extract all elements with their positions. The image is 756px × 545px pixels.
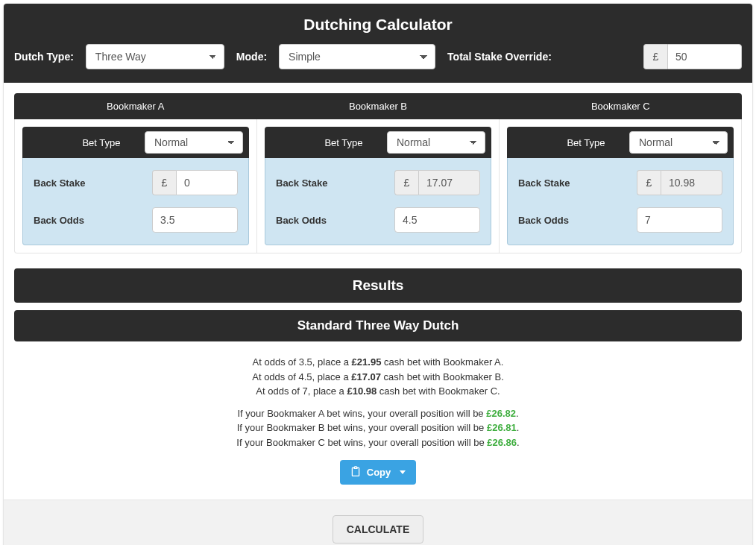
currency-addon: £ xyxy=(152,170,176,195)
back-odds-input-b[interactable] xyxy=(394,207,480,233)
back-odds-label-b: Back Odds xyxy=(276,215,394,226)
bookmaker-column-c: Bet Type Normal Back Stake £ Back Od xyxy=(499,119,741,253)
bookmakers-section: Bookmaker A Bookmaker B Bookmaker C Bet … xyxy=(4,83,752,264)
calculator-card: Dutching Calculator Dutch Type: Three Wa… xyxy=(3,3,753,545)
position-line-3: If your Bookmaker C bet wins, your overa… xyxy=(14,435,742,450)
footer: CALCULATE xyxy=(4,500,752,545)
position-line-1: If your Bookmaker A bet wins, your overa… xyxy=(14,406,742,421)
bet-type-select-c[interactable]: Normal xyxy=(629,131,728,154)
bookmaker-header-b: Bookmaker B xyxy=(256,93,499,119)
mode-label: Mode: xyxy=(236,51,267,63)
result-line-2: At odds of 4.5, place a £17.07 cash bet … xyxy=(14,370,742,385)
dutch-type-select[interactable]: Three Way xyxy=(86,44,224,69)
back-stake-input-b xyxy=(418,170,480,195)
bookmaker-header-c: Bookmaker C xyxy=(500,93,742,119)
results-subtitle: Standard Three Way Dutch xyxy=(14,310,742,341)
position-line-2: If your Bookmaker B bet wins, your overa… xyxy=(14,420,742,435)
dutch-type-label: Dutch Type: xyxy=(14,51,74,63)
back-stake-input-c xyxy=(661,170,722,195)
back-stake-label-c: Back Stake xyxy=(518,177,637,189)
clipboard-icon xyxy=(350,466,361,479)
bet-type-label-c: Bet Type xyxy=(513,137,629,148)
mode-select[interactable]: Simple xyxy=(279,44,435,69)
total-stake-input[interactable] xyxy=(667,44,742,69)
copy-label: Copy xyxy=(367,467,391,478)
currency-addon: £ xyxy=(394,170,418,195)
result-line-1: At odds of 3.5, place a £21.95 cash bet … xyxy=(14,355,742,370)
total-stake-label: Total Stake Override: xyxy=(447,51,552,63)
back-stake-label-b: Back Stake xyxy=(276,177,394,189)
bet-type-label-a: Bet Type xyxy=(28,137,145,148)
bookmakers-body: Bet Type Normal Back Stake £ Back Od xyxy=(14,119,742,253)
page-title: Dutching Calculator xyxy=(14,16,742,34)
bookmaker-column-b: Bet Type Normal Back Stake £ Back Od xyxy=(256,119,499,253)
bet-type-bar-b: Bet Type Normal xyxy=(265,127,491,158)
chevron-down-icon xyxy=(400,470,406,474)
result-line-3: At odds of 7, place a £10.98 cash bet wi… xyxy=(14,384,742,399)
bet-type-bar-a: Bet Type Normal xyxy=(22,127,249,158)
currency-addon: £ xyxy=(643,44,667,69)
total-stake-input-group: £ xyxy=(643,44,742,69)
currency-addon: £ xyxy=(637,170,661,195)
bet-body-a: Back Stake £ Back Odds xyxy=(22,158,249,245)
bookmaker-column-a: Bet Type Normal Back Stake £ Back Od xyxy=(15,119,256,253)
results-text: At odds of 3.5, place a £21.95 cash bet … xyxy=(4,341,752,492)
header: Dutching Calculator Dutch Type: Three Wa… xyxy=(4,4,752,83)
bet-type-select-a[interactable]: Normal xyxy=(145,131,243,154)
bet-type-label-b: Bet Type xyxy=(271,137,387,148)
back-stake-input-a[interactable] xyxy=(176,170,238,195)
back-odds-input-a[interactable] xyxy=(152,207,238,233)
back-odds-input-c[interactable] xyxy=(637,207,722,233)
back-odds-label-c: Back Odds xyxy=(518,215,637,226)
copy-button[interactable]: Copy xyxy=(340,460,417,485)
results-heading: Results xyxy=(14,268,742,303)
calculate-button[interactable]: CALCULATE xyxy=(333,515,424,544)
bookmaker-header-a: Bookmaker A xyxy=(14,93,256,119)
bet-body-c: Back Stake £ Back Odds xyxy=(507,158,734,245)
back-stake-label-a: Back Stake xyxy=(34,177,152,189)
bookmakers-header: Bookmaker A Bookmaker B Bookmaker C xyxy=(14,93,742,119)
header-controls: Dutch Type: Three Way Mode: Simple Total… xyxy=(14,44,742,69)
bet-type-bar-c: Bet Type Normal xyxy=(507,127,734,158)
back-odds-label-a: Back Odds xyxy=(34,215,152,226)
bet-type-select-b[interactable]: Normal xyxy=(387,131,485,154)
bet-body-b: Back Stake £ Back Odds xyxy=(265,158,491,245)
